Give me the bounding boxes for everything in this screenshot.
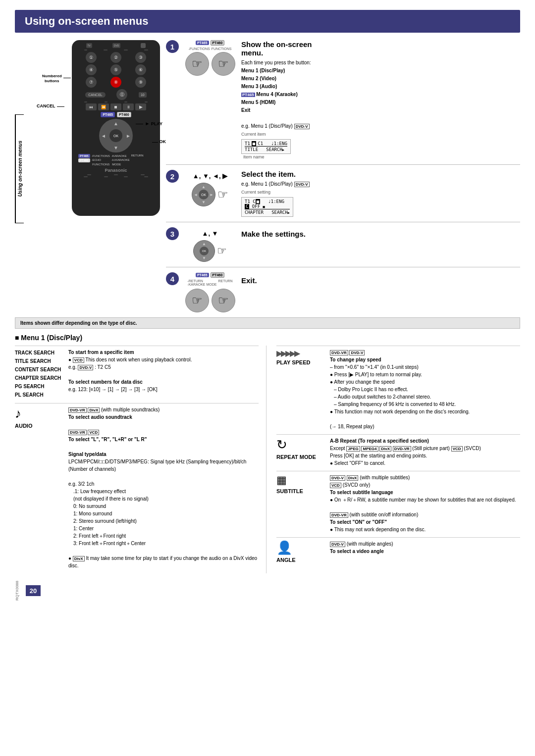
audio-label: AUDIO [15,423,32,429]
step1-title: Show the on-screenmenu. [241,40,520,57]
search-group: TRACK SEARCH TITLE SEARCH CONTENT SEARCH… [15,346,259,399]
repeat-icon: ↻ [276,437,287,453]
subtitle-label: SUBTITLE [276,488,303,494]
subtitle-icon: ▦ [276,474,287,487]
step1-example: T1■C1 ♩1:ENG TITLE SEARCH▶ [241,139,291,154]
play-label: ► PLAY [145,121,162,126]
step3-dpad-button: OK ▲ ▼ [193,240,215,262]
subtitle-desc: DVD-V DivX (with multiple subtitles) VCD… [330,474,520,533]
track-search-label: TRACK SEARCH [15,349,64,357]
step-1: 1 PT465 PT460 -FUNCTIONS FUNCTIONS ☞ ☞ [166,40,520,165]
step2-example: T1 C■ ♩1:ENG C OFF ■ CHAPTER SEARCH▶ [241,197,293,217]
notice-bar: Items shown differ depending on the type… [15,317,520,329]
play-speed-desc: DVD-VR DVD-V To change play speed – from… [330,349,520,430]
step4-pt465-button: ☞ [185,289,209,312]
step-3: 3 ▲, ▼ OK ▲ ▼ ☞ Make the settings. [166,227,520,267]
angle-section: 👤 ANGLE DVD-V (with multiple angles) To … [276,537,520,563]
numbered-buttons-label: Numbered buttons [42,74,62,84]
step-number-3: 3 [166,227,179,240]
step4-pt460-badge: PT460 [211,272,225,278]
angle-desc: DVD-V (with multiple angles) To select a… [330,540,520,563]
step-2: 2 ▲, ▼, ◄, ▶ OK ▲ ▼ ◄ ► ☞ [166,170,520,222]
step4-pt460-button: ☞ [212,289,235,312]
step2-title: Select the item. [241,170,520,178]
step-number-1: 1 [166,40,179,53]
content-search-label: CONTENT SEARCH [15,365,64,374]
step2-dpad-button: OK ▲ ▼ ◄ ► [192,183,215,206]
page-title: Using on-screen menus [15,10,520,33]
step-4: 4 PT465 PT460 -RETURN-KARAOKE MODE RETUR… [166,272,520,312]
pl-search-label: PL SEARCH [15,391,64,399]
step-number-2: 2 [166,170,179,183]
title-search-label: TITLE SEARCH [15,357,64,365]
step3-title: Make the settings. [241,230,520,238]
doc-number: RQTX0088 [15,581,19,601]
page-number-badge: 20 [26,585,41,596]
play-speed-section: ▶▶▶▶▶ PLAY SPEED DVD-VR DVD-V To change … [276,346,520,430]
repeat-mode-label: REPEAT MODE [276,454,316,460]
play-speed-icon: ▶▶▶▶▶ [276,349,299,358]
ok-label: OK [160,139,166,144]
angle-icon: 👤 [276,540,292,555]
remote-control: TV DVD ① ② ③ [72,40,160,216]
repeat-mode-section: ↻ REPEAT MODE A-B Repeat (To repeat a sp… [276,434,520,467]
audio-section: ♪ AUDIO DVD-VR DivX (with multiple sound… [15,403,259,569]
menu-section-title: ■ Menu 1 (Disc/Play) [15,334,520,342]
step2-desc: e.g. Menu 1 (Disc/Play) DVD-V Current se… [241,180,520,196]
step1-pt465-button: ☞ [185,52,209,76]
side-label: Using on-screen menus [17,141,23,197]
subtitle-section: ▦ SUBTITLE DVD-V DivX (with multiple sub… [276,471,520,533]
step2-ok-finger: ☞ [217,188,228,202]
pg-search-label: PG SEARCH [15,382,64,391]
angle-label: ANGLE [276,557,296,563]
chapter-search-label: CHAPTER SEARCH [15,374,64,382]
search-desc: To start from a specific item ● VCD This… [68,349,259,399]
step2-arrow-icons: ▲, ▼, ◄, ▶ [193,172,227,180]
step-number-4: 4 [166,272,179,285]
audio-desc: DVD-VR DivX (with multiple soundtracks) … [68,406,259,569]
step1-pt465-badge: PT465 [196,41,209,45]
play-speed-label: PLAY SPEED [276,359,310,365]
step3-ok-finger: ☞ [217,245,227,257]
step3-arrow-icons: ▲, ▼ [202,230,218,237]
repeat-mode-desc: A-B Repeat (To repeat a specified sectio… [330,437,520,467]
step4-title: Exit. [241,276,520,285]
step1-item-name: Item name [243,154,520,159]
step1-pt460-badge: PT460 [211,40,225,46]
step1-pt460-button: ☞ [212,52,235,76]
step4-pt465-badge: PT465 [196,273,209,277]
cancel-label: CANCEL [37,103,55,108]
step1-desc: Each time you press the button: Menu 1 (… [241,59,520,138]
